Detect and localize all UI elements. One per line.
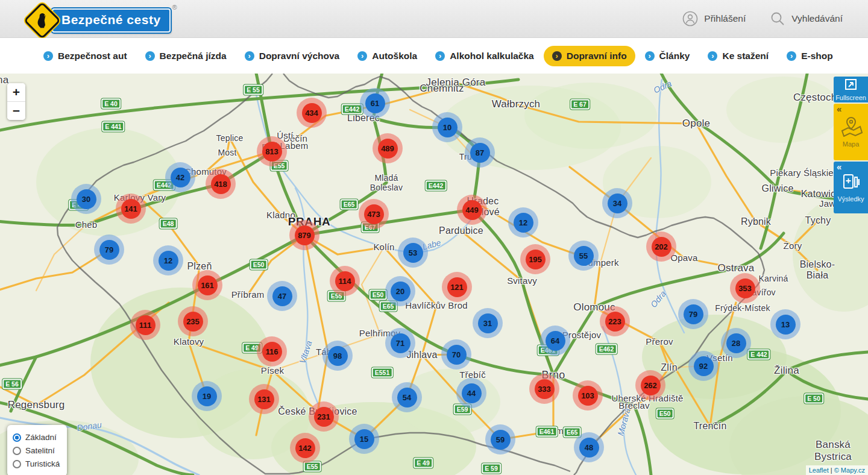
map-cluster-marker[interactable]: 161 — [192, 270, 222, 300]
chevron-circle-icon: › — [708, 51, 717, 61]
marker-count: 131 — [254, 389, 274, 409]
map-cluster-marker[interactable]: 813 — [257, 136, 287, 166]
map-cluster-marker[interactable]: 87 — [465, 137, 495, 168]
nav-item-3[interactable]: ›Dopravní výchova — [245, 51, 340, 61]
map-cluster-marker[interactable]: 418 — [206, 169, 236, 199]
map-cluster-marker[interactable]: 195 — [520, 244, 550, 274]
map-cluster-marker[interactable]: 30 — [71, 184, 101, 214]
map-cluster-marker[interactable]: 473 — [359, 199, 389, 229]
zoom-out-button[interactable]: − — [7, 101, 25, 120]
nav-item-8[interactable]: ›Ke stažení — [708, 51, 769, 61]
radio-icon[interactable] — [13, 460, 21, 468]
map-cluster-marker[interactable]: 64 — [540, 326, 570, 356]
map-cluster-marker[interactable]: 28 — [721, 328, 751, 358]
city-label: Ostrava — [718, 262, 755, 274]
map-cluster-marker[interactable]: 54 — [392, 382, 422, 412]
map-cluster-marker[interactable]: 55 — [568, 241, 599, 271]
map-cluster-marker[interactable]: 47 — [267, 281, 297, 311]
map-cluster-marker[interactable]: 103 — [573, 380, 603, 411]
road-number-badge: E50 — [370, 290, 387, 300]
city-label: Žilina — [774, 365, 799, 377]
map-cluster-marker[interactable]: 92 — [688, 351, 719, 381]
nav-item-4[interactable]: ›Autoškola — [357, 51, 417, 61]
nav-item-5[interactable]: ›Alkohol kalkulačka — [435, 51, 534, 61]
nav-item-7[interactable]: ›Články — [645, 51, 690, 61]
search-button[interactable]: Vyhledávání — [770, 11, 843, 27]
radio-icon[interactable] — [13, 447, 21, 455]
map-cluster-marker[interactable]: 98 — [322, 341, 353, 371]
map-cluster-marker[interactable]: 44 — [456, 378, 486, 408]
nav-item-label: Autoškola — [372, 51, 417, 61]
map-cluster-marker[interactable]: 223 — [600, 306, 630, 336]
map-cluster-marker[interactable]: 48 — [574, 432, 604, 462]
map-cluster-marker[interactable]: 12 — [508, 207, 538, 238]
city-label: Svitavy — [507, 275, 537, 286]
map-cluster-marker[interactable]: 111 — [130, 310, 160, 340]
map-cluster-marker[interactable]: 235 — [178, 306, 208, 336]
city-label: Příbram — [231, 289, 265, 300]
marker-count: 10 — [438, 118, 458, 137]
nav-item-9[interactable]: ›E-shop — [787, 51, 833, 61]
map-cluster-marker[interactable]: 13 — [770, 309, 800, 339]
city-label: Opole — [682, 118, 710, 130]
map-cluster-marker[interactable]: 231 — [309, 401, 339, 432]
traffic-map[interactable]: PirnaChemnitzJelenia GóraWałbrzychCzęsto… — [0, 74, 868, 475]
map-cluster-marker[interactable]: 142 — [290, 433, 320, 463]
nav-item-label: Články — [659, 51, 690, 61]
layer-option-1[interactable]: Základní — [13, 432, 60, 443]
layer-option-2[interactable]: Satelitní — [13, 445, 60, 456]
zoom-in-button[interactable]: + — [7, 83, 25, 101]
radio-selected-icon[interactable] — [13, 433, 21, 442]
map-cluster-marker[interactable]: 434 — [297, 98, 327, 128]
map-cluster-marker[interactable]: 141 — [116, 193, 146, 224]
main-navigation: ›Bezpečnost aut›Bezpečná jízda›Dopravní … — [0, 38, 868, 74]
marker-count: 262 — [641, 376, 661, 395]
map-cluster-marker[interactable]: 12 — [153, 245, 183, 275]
map-cluster-marker[interactable]: 10 — [432, 112, 462, 142]
map-cluster-marker[interactable]: 116 — [257, 336, 287, 366]
mapycz-link[interactable]: © Mapy.cz — [834, 467, 865, 474]
map-cluster-marker[interactable]: 489 — [373, 133, 403, 163]
map-cluster-marker[interactable]: 20 — [385, 276, 415, 306]
map-cluster-marker[interactable]: 59 — [485, 424, 515, 455]
map-cluster-marker[interactable]: 879 — [289, 220, 319, 250]
login-button[interactable]: Přihlášení — [682, 11, 746, 27]
nav-item-1[interactable]: ›Bezpečnost aut — [43, 51, 127, 61]
leaflet-link[interactable]: Leaflet — [809, 467, 829, 474]
nav-item-6[interactable]: ›Dopravní info — [544, 46, 635, 66]
site-logo[interactable]: Bezpečné cesty ® — [25, 4, 177, 34]
nav-item-2[interactable]: ›Bezpečná jízda — [145, 51, 227, 61]
marker-count: 813 — [262, 142, 282, 162]
map-cluster-marker[interactable]: 31 — [473, 308, 503, 338]
map-cluster-marker[interactable]: 61 — [360, 88, 390, 118]
city-label: Klatovy — [174, 336, 204, 347]
map-cluster-marker[interactable]: 42 — [165, 162, 195, 192]
map-cluster-marker[interactable]: 131 — [249, 384, 279, 414]
map-cluster-marker[interactable]: 70 — [441, 339, 471, 370]
vysledky-button[interactable]: «Výsledky — [834, 162, 868, 213]
map-cluster-marker[interactable]: 333 — [529, 374, 559, 404]
map-cluster-marker[interactable]: 353 — [730, 273, 760, 303]
map-cluster-marker[interactable]: 114 — [330, 266, 360, 296]
map-cluster-marker[interactable]: 79 — [94, 234, 124, 265]
marker-count: 87 — [470, 143, 490, 163]
city-label: Přerov — [646, 336, 673, 347]
marker-count: 48 — [579, 438, 599, 458]
map-cluster-marker[interactable]: 449 — [457, 195, 487, 225]
map-cluster-marker[interactable]: 71 — [385, 328, 415, 358]
road-number-badge: E 441 — [102, 122, 124, 132]
map-cluster-marker[interactable]: 262 — [635, 370, 665, 400]
map-cluster-marker[interactable]: 15 — [349, 424, 379, 454]
collapse-chevron-icon[interactable]: « — [837, 162, 841, 172]
mapa-button[interactable]: «Mapa — [834, 104, 868, 160]
city-label: Tychy — [805, 215, 831, 226]
map-cluster-marker[interactable]: 53 — [398, 238, 428, 268]
fullscreen-button[interactable]: Fullscreen — [834, 77, 868, 102]
map-cluster-marker[interactable]: 19 — [192, 381, 222, 411]
collapse-chevron-icon[interactable]: « — [837, 104, 841, 115]
map-cluster-marker[interactable]: 121 — [442, 272, 472, 302]
layer-option-3[interactable]: Turistická — [13, 458, 60, 470]
map-cluster-marker[interactable]: 34 — [602, 188, 632, 218]
map-cluster-marker[interactable]: 79 — [678, 299, 708, 329]
map-cluster-marker[interactable]: 202 — [646, 231, 676, 262]
